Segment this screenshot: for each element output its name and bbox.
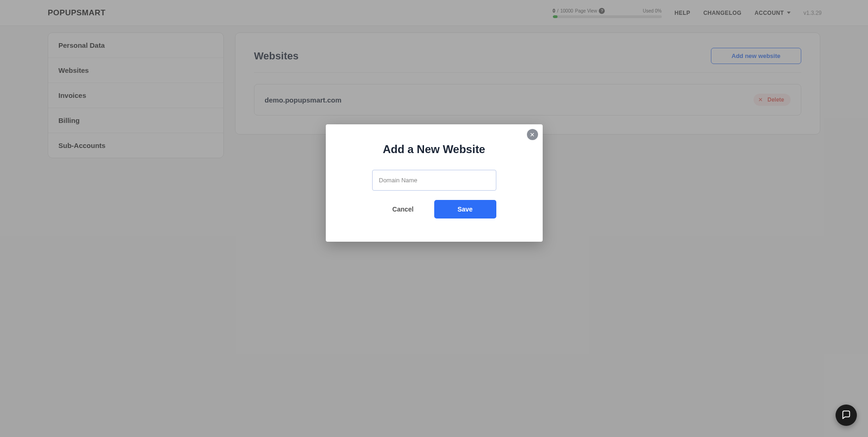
cancel-button[interactable]: Cancel [372, 200, 434, 218]
modal-overlay[interactable]: ✕ Add a New Website Cancel Save [0, 0, 868, 437]
save-button[interactable]: Save [434, 200, 496, 218]
chat-widget-button[interactable] [836, 405, 857, 426]
add-website-modal: ✕ Add a New Website Cancel Save [326, 124, 543, 242]
close-icon: ✕ [530, 131, 535, 138]
chat-icon [841, 410, 851, 420]
modal-close-button[interactable]: ✕ [527, 129, 538, 140]
domain-name-input[interactable] [372, 170, 496, 191]
modal-actions: Cancel Save [372, 200, 496, 218]
modal-title: Add a New Website [344, 143, 524, 156]
